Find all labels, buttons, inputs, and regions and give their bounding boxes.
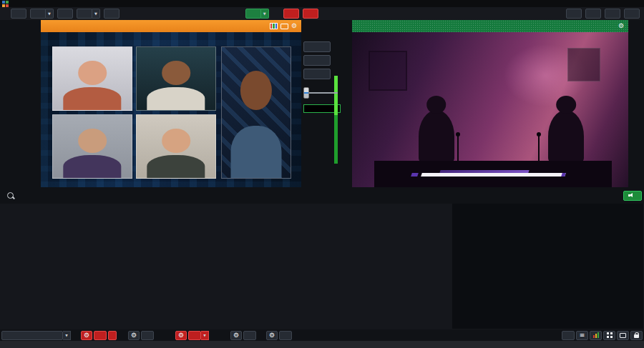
colorbars-icon[interactable] (270, 23, 278, 29)
preview-video[interactable] (41, 32, 301, 187)
lock-icon (634, 334, 639, 338)
fullscreen-dropdown-icon[interactable]: ▼ (261, 9, 269, 19)
layout-grid-button[interactable] (603, 331, 615, 340)
playlist-button[interactable] (279, 331, 292, 340)
t-bar-handle[interactable] (303, 87, 309, 99)
record-info-button[interactable] (108, 331, 117, 340)
record-button[interactable] (94, 331, 107, 340)
last-button[interactable] (104, 9, 119, 19)
overlay-button[interactable] (562, 331, 575, 340)
playlist-settings-gear-icon[interactable]: ⚙ (266, 331, 278, 340)
transition-panel (303, 41, 341, 113)
lock-button[interactable] (630, 331, 643, 340)
external-button[interactable] (141, 331, 154, 340)
category-bar (0, 187, 644, 204)
fullscreen-preview-icon[interactable] (280, 24, 288, 29)
status-bar (0, 341, 644, 348)
chart-icon (593, 332, 599, 338)
pause-inputs-button[interactable] (566, 9, 582, 19)
audio-mixer-toggle-button[interactable] (623, 191, 642, 201)
external-settings-gear-icon[interactable]: ⚙ (128, 331, 140, 340)
gear-icon[interactable]: ⚙ (618, 23, 624, 29)
toolbar: ▼ ▼ ▼ (0, 7, 644, 20)
search-icon[interactable] (6, 191, 16, 201)
program-monitor: ⚙ (352, 20, 628, 187)
call-tile (52, 114, 132, 179)
settings-button[interactable] (605, 9, 620, 19)
grid-icon (607, 332, 613, 338)
lower-third-title (421, 173, 565, 177)
bottom-bar: ▼ ⚙ ⚙ ⚙ ▼ ⚙ ⚙ ≡ (0, 329, 644, 341)
help-button[interactable] (624, 9, 640, 19)
record-settings-gear-icon[interactable]: ⚙ (81, 331, 92, 340)
monitor-area: ⚙ (0, 20, 644, 187)
open-button[interactable] (30, 9, 46, 19)
stats-button[interactable] (590, 331, 602, 340)
save-button[interactable] (57, 9, 73, 19)
preview-header[interactable]: ⚙ (41, 20, 301, 32)
display-button[interactable] (617, 331, 629, 340)
save-as-button[interactable] (77, 9, 92, 19)
app-logo-icon (2, 1, 9, 7)
stream-settings-gear-icon[interactable]: ⚙ (175, 331, 187, 340)
lower-third (421, 170, 565, 177)
save-as-dropdown-icon[interactable]: ▼ (92, 9, 100, 19)
basic-button[interactable] (585, 9, 601, 19)
cut-button[interactable] (303, 55, 331, 66)
multicorder-button[interactable] (243, 331, 256, 340)
multicorder-settings-gear-icon[interactable]: ⚙ (230, 331, 242, 340)
stream-indicator-button[interactable] (283, 9, 299, 19)
call-tile (136, 114, 216, 179)
program-video[interactable] (352, 32, 628, 187)
add-input-dropdown-icon[interactable]: ▼ (63, 331, 71, 340)
program-header[interactable]: ⚙ (352, 20, 628, 32)
call-tile (52, 46, 132, 111)
speaker-icon (628, 193, 635, 199)
stream-button[interactable] (188, 331, 201, 340)
audio-mixer-panel (452, 204, 643, 329)
titlebar (0, 0, 644, 7)
new-button[interactable] (11, 9, 26, 19)
preview-monitor: ⚙ (41, 20, 301, 187)
call-tile (221, 46, 291, 179)
t-bar-fader[interactable] (303, 87, 338, 99)
gear-icon[interactable]: ⚙ (291, 23, 297, 29)
stream-dropdown-icon[interactable]: ▼ (201, 331, 209, 340)
vmix-window: ▼ ▼ ▼ ⚙ (0, 0, 644, 348)
quick-play-button[interactable] (303, 41, 331, 52)
display-icon (620, 333, 626, 338)
rec-indicator-button[interactable] (303, 9, 318, 19)
fullscreen-button[interactable] (245, 9, 261, 19)
ftb-button[interactable] (303, 69, 331, 79)
add-input-button[interactable] (1, 331, 63, 340)
menu-button[interactable]: ≡ (576, 331, 588, 340)
open-dropdown-icon[interactable]: ▼ (46, 9, 54, 19)
call-tile (136, 46, 216, 111)
